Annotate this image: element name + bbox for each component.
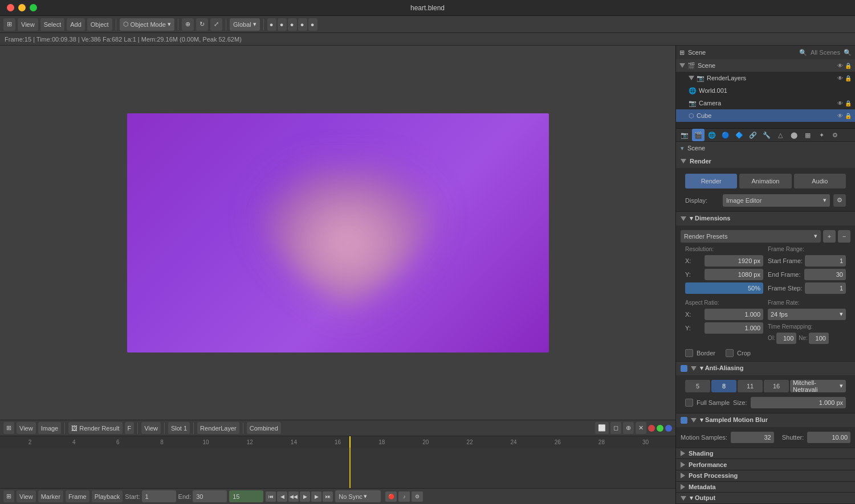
start-frame-input[interactable]: 1 bbox=[142, 490, 176, 502]
size-input[interactable]: 1.000 px bbox=[751, 397, 846, 408]
motion-samples-input[interactable]: 32 bbox=[731, 432, 774, 443]
material-icon[interactable]: ⬤ bbox=[788, 129, 800, 141]
timeline-frame-btn[interactable]: Frame bbox=[66, 490, 89, 502]
timeline-editor-type[interactable]: ⊞ bbox=[3, 490, 14, 502]
editor-type-selector[interactable]: ⊞ bbox=[3, 18, 15, 31]
view-menu[interactable]: View bbox=[18, 18, 38, 31]
start-frame-input[interactable]: 1 bbox=[805, 255, 846, 267]
timeline-area[interactable] bbox=[0, 448, 675, 488]
close-img-btn[interactable]: ✕ bbox=[636, 422, 646, 434]
display-dropdown[interactable]: Image Editor ▾ bbox=[723, 194, 830, 207]
layer-btn-2[interactable]: ● bbox=[278, 18, 287, 31]
object-menu[interactable]: Object bbox=[87, 18, 112, 31]
shading-section[interactable]: Shading bbox=[676, 448, 855, 460]
view-label-btn[interactable]: View bbox=[17, 422, 36, 434]
scale-btn[interactable]: ⤢ bbox=[210, 18, 222, 31]
zoom-btn[interactable]: ⊕ bbox=[623, 422, 634, 434]
post-processing-section[interactable]: Post Processing bbox=[676, 470, 855, 482]
frame-step-input[interactable]: 1 bbox=[805, 282, 846, 294]
next-frame-btn[interactable]: ▶ bbox=[311, 491, 321, 502]
aspect-y-input[interactable]: 1.000 bbox=[705, 322, 763, 334]
transform-btn[interactable]: ⊕ bbox=[182, 18, 194, 31]
oi-input[interactable]: 100 bbox=[776, 333, 796, 344]
layer-btn-4[interactable]: ● bbox=[298, 18, 307, 31]
mb-header[interactable]: ▾ Sampled Motion Blur bbox=[676, 413, 855, 427]
end-frame-input[interactable]: 30 bbox=[193, 490, 227, 502]
audio-sync-btn[interactable]: ♪ bbox=[398, 491, 410, 502]
aa-11-btn[interactable]: 11 bbox=[738, 380, 763, 392]
play-reverse-btn[interactable]: ◀◀ bbox=[288, 491, 299, 502]
world-prop-icon[interactable]: 🔵 bbox=[719, 129, 732, 141]
add-preset-btn[interactable]: + bbox=[823, 230, 836, 243]
fps-dropdown[interactable]: 24 fps ▾ bbox=[768, 309, 846, 320]
minimize-button[interactable] bbox=[18, 4, 26, 11]
particles-icon[interactable]: ✦ bbox=[815, 129, 828, 141]
audio-btn[interactable]: 🔴 bbox=[385, 491, 397, 502]
aspect-x-input[interactable]: 1.000 bbox=[705, 309, 763, 320]
render-button[interactable]: Render bbox=[685, 174, 737, 189]
slot-dropdown[interactable]: Slot 1 bbox=[168, 422, 190, 434]
remove-preset-btn[interactable]: − bbox=[838, 230, 850, 243]
render-result-dropdown[interactable]: 🖼 Render Result bbox=[68, 422, 122, 434]
scene-item[interactable]: 🎬 Scene 👁 🔒 bbox=[676, 59, 855, 72]
data-icon[interactable]: △ bbox=[774, 129, 787, 141]
border-checkbox[interactable] bbox=[685, 349, 693, 357]
search-icon[interactable]: 🔍 bbox=[799, 49, 807, 56]
prev-frame-btn[interactable]: ◀ bbox=[277, 491, 287, 502]
filter-label[interactable]: All Scenes bbox=[811, 49, 840, 56]
aa-5-btn[interactable]: 5 bbox=[685, 380, 710, 392]
object-prop-icon[interactable]: 🔷 bbox=[733, 129, 746, 141]
shutter-input[interactable]: 10.00 bbox=[807, 432, 850, 443]
window-controls[interactable] bbox=[7, 4, 37, 11]
view2-btn[interactable]: View bbox=[141, 422, 161, 434]
display-btn[interactable]: ⬜ bbox=[595, 422, 609, 434]
cube-item[interactable]: ⬡ Cube 👁 🔒 bbox=[676, 109, 855, 122]
world-item[interactable]: 🌐 World.001 bbox=[676, 84, 855, 97]
aa-header[interactable]: ▾ Anti-Aliasing bbox=[676, 362, 855, 375]
metadata-section[interactable]: Metadata bbox=[676, 482, 855, 493]
combined-dropdown[interactable]: Combined bbox=[247, 422, 281, 434]
aa-16-btn[interactable]: 16 bbox=[764, 380, 789, 392]
res-y-input[interactable]: 1080 px bbox=[705, 269, 763, 280]
select-menu[interactable]: Select bbox=[40, 18, 65, 31]
render-presets-dropdown[interactable]: Render Presets ▾ bbox=[681, 230, 821, 243]
view-icon-btn[interactable]: ◻ bbox=[610, 422, 621, 434]
animation-button[interactable]: Animation bbox=[739, 174, 791, 189]
physics-icon[interactable]: ⚙ bbox=[829, 129, 841, 141]
camera-item[interactable]: 📷 Camera 👁 🔒 bbox=[676, 97, 855, 109]
sync-dropdown[interactable]: No Sync ▾ bbox=[335, 490, 381, 502]
render-prop-icon[interactable]: 📷 bbox=[678, 129, 691, 141]
renderlayers-item[interactable]: 📷 RenderLayers 👁 🔒 bbox=[676, 72, 855, 84]
rotate-btn[interactable]: ↻ bbox=[196, 18, 208, 31]
mode-dropdown[interactable]: ⬡ Object Mode ▾ bbox=[120, 18, 174, 31]
res-x-input[interactable]: 1920 px bbox=[705, 255, 763, 267]
search-btn[interactable]: 🔍 bbox=[844, 49, 852, 56]
display-settings-btn[interactable]: ⚙ bbox=[833, 194, 846, 207]
jump-end-btn[interactable]: ⏭ bbox=[323, 491, 333, 502]
jump-start-btn[interactable]: ⏮ bbox=[266, 491, 276, 502]
current-frame-input[interactable]: 15 bbox=[229, 490, 263, 502]
full-sample-checkbox[interactable] bbox=[685, 399, 693, 407]
timeline-marker-btn[interactable]: Marker bbox=[38, 490, 63, 502]
modifiers-icon[interactable]: 🔧 bbox=[760, 129, 773, 141]
f-label[interactable]: F bbox=[125, 422, 135, 434]
render-section-header[interactable]: Render bbox=[676, 154, 855, 168]
maximize-button[interactable] bbox=[30, 4, 37, 11]
audio-button[interactable]: Audio bbox=[794, 174, 846, 189]
image-menu-btn[interactable]: Image bbox=[38, 422, 62, 434]
end-frame-input[interactable]: 30 bbox=[804, 269, 846, 280]
viewport-canvas[interactable] bbox=[0, 46, 675, 420]
settings-btn[interactable]: ⚙ bbox=[412, 491, 423, 502]
global-dropdown[interactable]: Global ▾ bbox=[230, 18, 260, 31]
mb-enabled-checkbox[interactable] bbox=[681, 417, 687, 424]
aa-filter-dropdown[interactable]: Mitchell-Netravali ▾ bbox=[790, 380, 846, 392]
dimensions-header[interactable]: ▾ Dimensions bbox=[676, 212, 855, 226]
scene-prop-icon[interactable]: 🌐 bbox=[706, 129, 718, 141]
render-settings-icon[interactable]: 🎬 bbox=[692, 129, 705, 141]
play-btn[interactable]: ▶ bbox=[300, 491, 310, 502]
ne-input[interactable]: 100 bbox=[809, 333, 829, 344]
add-menu[interactable]: Add bbox=[67, 18, 85, 31]
layer-btn-3[interactable]: ● bbox=[288, 18, 297, 31]
performance-section[interactable]: Performance bbox=[676, 459, 855, 470]
view-menu-bottom[interactable]: ⊞ bbox=[3, 422, 14, 434]
